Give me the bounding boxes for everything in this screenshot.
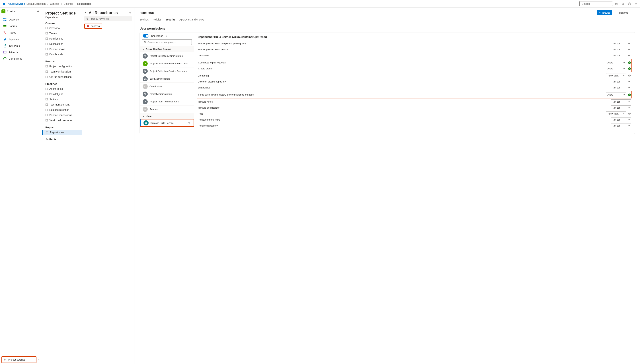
breadcrumb-item-0[interactable]: DefaultCollection <box>27 2 46 5</box>
nav-item-pipelines[interactable]: Pipelines <box>2 36 41 42</box>
rename-button[interactable]: Rename <box>614 10 630 15</box>
repos-column: All Repositories contoso <box>82 8 134 364</box>
permission-select[interactable]: Not set <box>611 99 631 104</box>
breadcrumb-item-3[interactable]: Repositories <box>77 2 92 5</box>
bag-icon[interactable] <box>620 1 625 6</box>
settings-item-github-connections[interactable]: GitHub connections <box>45 74 80 80</box>
avatar: PA <box>143 61 148 66</box>
highlighted-group: Force push (rewrite history, delete bran… <box>197 91 632 98</box>
settings-item-service-hooks[interactable]: Service hooks <box>45 46 80 52</box>
permission-label: Manage permissions <box>198 106 609 109</box>
project-header[interactable]: D Contoso <box>0 8 42 15</box>
permission-select[interactable]: Not set <box>611 105 631 110</box>
breadcrumb-item-2[interactable]: Settings <box>64 2 73 5</box>
user-search-box[interactable] <box>142 39 192 45</box>
search-input[interactable] <box>582 2 613 5</box>
azure-devops-logo <box>2 2 6 6</box>
tab-approvals-and-checks[interactable]: Approvals and checks <box>179 17 204 23</box>
permission-select[interactable]: Not set <box>611 117 631 122</box>
browse-button[interactable]: Browse <box>597 10 612 15</box>
settings-item-teams[interactable]: Teams <box>45 31 80 36</box>
help-icon[interactable]: ? <box>627 1 632 6</box>
delete-icon[interactable] <box>188 122 191 124</box>
collapse-nav-icon[interactable] <box>38 358 41 361</box>
settings-item-test-management[interactable]: Test management <box>45 102 80 107</box>
permission-select[interactable]: Not set <box>611 41 631 46</box>
permission-select[interactable]: Allow <box>606 92 626 97</box>
avatar: PA <box>143 99 148 104</box>
settings-item-label: Agent pools <box>49 87 63 90</box>
permission-select[interactable]: Not set <box>611 123 631 128</box>
nav-item-boards[interactable]: Boards <box>2 23 41 29</box>
nav-icon <box>3 31 7 34</box>
add-repo-icon[interactable] <box>129 11 132 14</box>
nav-item-artifacts[interactable]: Artifacts <box>2 49 41 56</box>
plus-icon[interactable] <box>37 10 40 13</box>
settings-item-overview[interactable]: Overview <box>45 26 80 31</box>
group-row[interactable]: PAProject Collection Administrators <box>140 52 194 60</box>
user-settings-icon[interactable] <box>633 1 638 6</box>
info-icon[interactable] <box>165 34 167 37</box>
settings-item-parallel-jobs[interactable]: Parallel jobs <box>45 91 80 96</box>
group-row[interactable]: CContributors <box>140 82 194 90</box>
settings-item-repositories[interactable]: Repositories <box>42 130 82 135</box>
settings-item-service-connections[interactable]: Service connections <box>45 112 80 118</box>
svg-rect-19 <box>46 43 48 45</box>
settings-item-release-retention[interactable]: Release retention <box>45 107 80 112</box>
tab-settings[interactable]: Settings <box>140 17 149 23</box>
permission-select[interactable]: Allow (inh… <box>606 111 626 116</box>
user-search-input[interactable] <box>148 41 190 44</box>
tab-security[interactable]: Security <box>166 17 175 23</box>
market-icon[interactable] <box>614 1 619 6</box>
repo-item-contoso[interactable]: contoso <box>82 23 134 29</box>
user-group-header-users[interactable]: Users <box>140 113 194 119</box>
settings-item-settings[interactable]: Settings <box>45 96 80 102</box>
repo-filter-input[interactable] <box>90 18 130 20</box>
nav-item-compliance[interactable]: Compliance <box>2 56 41 62</box>
tab-policies[interactable]: Policies <box>153 17 162 23</box>
group-name: Build Administrators <box>150 78 191 80</box>
settings-item-team-configuration[interactable]: Team configuration <box>45 69 80 74</box>
repo-filter-box[interactable] <box>84 16 132 21</box>
settings-item-project-configuration[interactable]: Project configuration <box>45 64 80 69</box>
breadcrumb-item-1[interactable]: Contoso <box>50 2 59 5</box>
svg-point-5 <box>636 3 636 4</box>
settings-item-xaml-build-services[interactable]: XAML build services <box>45 118 80 123</box>
brand-text[interactable]: Azure DevOps <box>8 2 25 5</box>
group-row[interactable]: PAProject Team Administrators <box>140 98 194 105</box>
nav-label: Pipelines <box>9 38 19 40</box>
inheritance-toggle[interactable] <box>143 34 149 38</box>
nav-item-test-plans[interactable]: Test Plans <box>2 42 41 49</box>
permission-select[interactable]: Not set <box>611 47 631 52</box>
settings-item-notifications[interactable]: Notifications <box>45 41 80 46</box>
search-box[interactable] <box>579 1 612 6</box>
more-icon[interactable] <box>632 12 636 14</box>
permission-select[interactable]: Not set <box>611 53 631 58</box>
project-settings-link[interactable]: Project settings <box>2 356 37 363</box>
permission-select[interactable]: Allow <box>606 66 626 71</box>
nav-icon <box>3 24 7 28</box>
group-row[interactable]: PAProject Administrators <box>140 90 194 98</box>
nav-item-overview[interactable]: Overview <box>2 16 41 23</box>
svg-rect-7 <box>5 18 6 19</box>
group-row[interactable]: PAProject Collection Build Service Accou… <box>140 60 194 67</box>
permission-select[interactable]: Not set <box>611 85 631 90</box>
settings-item-dashboards[interactable]: Dashboards <box>45 52 80 57</box>
permission-select[interactable]: Allow <box>606 60 626 65</box>
group-row[interactable]: PAProject Collection Service Accounts <box>140 67 194 75</box>
permission-subject-title: Dependabot Build Service (AzureContainer… <box>198 35 631 38</box>
group-row[interactable]: BABuild Administrators <box>140 75 194 82</box>
nav-item-repos[interactable]: Repos <box>2 29 41 36</box>
permission-select[interactable]: Not set <box>611 79 631 84</box>
user-row[interactable]: DSContoso Build Service <box>140 119 194 127</box>
left-nav: D Contoso OverviewBoardsReposPipelinesTe… <box>0 8 42 364</box>
info-icon[interactable] <box>628 112 631 115</box>
permission-select[interactable]: Allow (inh… <box>606 73 626 78</box>
back-icon[interactable] <box>84 11 87 14</box>
info-icon[interactable] <box>628 74 631 77</box>
settings-item-agent-pools[interactable]: Agent pools <box>45 86 80 91</box>
user-group-header-groups[interactable]: Azure DevOps Groups <box>140 46 194 52</box>
group-row[interactable]: RReaders <box>140 105 194 113</box>
settings-item-permissions[interactable]: Permissions <box>45 36 80 41</box>
nav-icon <box>3 44 7 48</box>
